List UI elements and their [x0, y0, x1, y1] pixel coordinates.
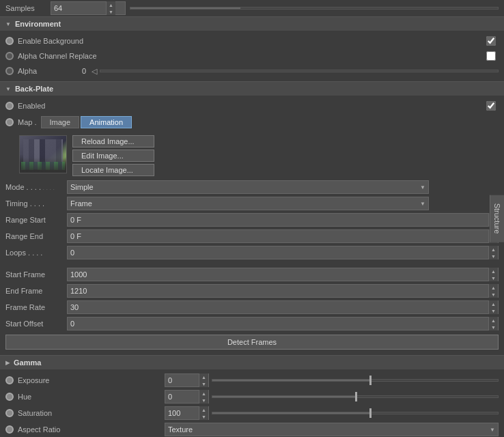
- saturation-radio[interactable]: [5, 409, 14, 417]
- backplate-title: Back-Plate: [15, 85, 53, 93]
- exposure-slider-fill: [212, 380, 369, 381]
- alpha-radio[interactable]: [5, 67, 14, 75]
- exposure-up[interactable]: ▲: [199, 373, 208, 380]
- mode-label: Mode . . . .: [5, 183, 67, 191]
- aspect-ratio-row: Aspect Ratio Texture Custom: [0, 421, 504, 437]
- saturation-down[interactable]: ▼: [199, 413, 208, 420]
- alpha-channel-replace-checkbox[interactable]: [486, 51, 496, 61]
- aspect-ratio-select[interactable]: Texture Custom: [165, 423, 499, 436]
- exposure-slider[interactable]: [212, 375, 499, 386]
- range-start-input-wrapper: ▲ ▼: [67, 213, 499, 227]
- saturation-spinner[interactable]: ▲ ▼: [199, 406, 208, 420]
- detect-frames-button[interactable]: Detect Frames: [5, 335, 499, 350]
- exposure-spinner[interactable]: ▲ ▼: [199, 373, 208, 387]
- hue-slider[interactable]: [212, 391, 499, 402]
- saturation-slider[interactable]: [212, 408, 499, 419]
- tab-animation[interactable]: Animation: [81, 116, 132, 128]
- start-offset-input[interactable]: [68, 318, 488, 330]
- saturation-slider-fill: [212, 412, 369, 414]
- end-frame-input[interactable]: [68, 285, 488, 297]
- frame-rate-down[interactable]: ▼: [489, 307, 498, 314]
- exposure-input-wrapper: ▲ ▼: [165, 373, 209, 387]
- environment-title: Environment: [15, 20, 61, 28]
- start-frame-label: Start Frame: [5, 270, 67, 279]
- gamma-section-header[interactable]: ▶ Gamma: [0, 355, 504, 369]
- mode-select[interactable]: Simple Advanced: [67, 180, 429, 194]
- exposure-slider-thumb: [369, 376, 372, 385]
- hue-spinner[interactable]: ▲ ▼: [199, 390, 208, 404]
- range-start-input[interactable]: [68, 214, 488, 226]
- range-end-label: Range End: [5, 232, 67, 240]
- range-end-row: Range End ▲ ▼: [0, 228, 504, 244]
- loops-spinner[interactable]: ▲ ▼: [488, 246, 498, 259]
- enable-background-label: Enable Background: [18, 37, 486, 45]
- alpha-row: Alpha 0 ◁: [0, 64, 504, 79]
- start-frame-spinner[interactable]: ▲ ▼: [488, 268, 498, 281]
- range-end-input[interactable]: [68, 230, 488, 242]
- frame-rate-label: Frame Rate: [5, 303, 67, 311]
- frame-rate-row: Frame Rate ▲ ▼: [0, 299, 504, 315]
- backplate-section-header[interactable]: ▼ Back-Plate: [0, 81, 504, 96]
- frame-rate-input[interactable]: [68, 301, 488, 313]
- end-frame-down[interactable]: ▼: [489, 291, 498, 298]
- alpha-slider-track[interactable]: [100, 70, 499, 72]
- saturation-input-wrapper: ▲ ▼: [165, 406, 209, 420]
- start-offset-down[interactable]: ▼: [489, 324, 498, 330]
- mode-row: Mode . . . . Simple Advanced: [0, 179, 504, 195]
- frame-rate-spinner[interactable]: ▲ ▼: [488, 300, 498, 314]
- environment-section-header[interactable]: ▼ Environment: [0, 16, 504, 31]
- hue-down[interactable]: ▼: [199, 397, 208, 404]
- exposure-input[interactable]: [165, 376, 199, 384]
- hue-input[interactable]: [165, 393, 199, 401]
- loops-down[interactable]: ▼: [489, 253, 498, 259]
- range-start-label: Range Start: [5, 216, 67, 224]
- enabled-radio[interactable]: [5, 102, 14, 110]
- edit-image-button[interactable]: Edit Image...: [72, 150, 154, 162]
- alpha-slider-icon: ◁: [92, 67, 97, 76]
- enabled-label: Enabled: [18, 102, 486, 110]
- environment-section-content: Enable Background Alpha Channel Replace …: [0, 31, 504, 81]
- alpha-label: Alpha: [18, 67, 66, 75]
- samples-spinner[interactable]: ▲ ▼: [106, 1, 115, 15]
- hue-radio[interactable]: [5, 393, 14, 401]
- aspect-ratio-radio[interactable]: [5, 425, 14, 434]
- thumbnail-image: [20, 136, 66, 173]
- start-offset-spinner[interactable]: ▲ ▼: [488, 317, 498, 330]
- range-start-row: Range Start ▲ ▼: [0, 212, 504, 228]
- enabled-checkbox[interactable]: [486, 101, 496, 111]
- start-frame-input[interactable]: [68, 268, 488, 281]
- start-frame-up[interactable]: ▲: [489, 268, 498, 274]
- loops-row: Loops . . . . ▲ ▼: [0, 244, 504, 261]
- tab-image[interactable]: Image: [41, 116, 80, 128]
- enable-background-row: Enable Background: [0, 33, 504, 48]
- samples-down-arrow[interactable]: ▼: [107, 8, 115, 15]
- enable-background-checkbox[interactable]: [486, 36, 496, 46]
- exposure-radio[interactable]: [5, 376, 14, 384]
- end-frame-up[interactable]: ▲: [489, 284, 498, 291]
- timing-select[interactable]: Frame Custom: [67, 197, 429, 210]
- loops-up[interactable]: ▲: [489, 246, 498, 253]
- structure-tab[interactable]: Structure: [490, 195, 504, 242]
- hue-up[interactable]: ▲: [199, 390, 208, 397]
- alpha-channel-radio[interactable]: [5, 52, 14, 60]
- hue-slider-thumb: [355, 392, 357, 401]
- locate-image-button[interactable]: Locate Image...: [72, 164, 154, 176]
- samples-input[interactable]: [51, 4, 106, 12]
- exposure-down[interactable]: ▼: [199, 380, 208, 387]
- exposure-row: Exposure ▲ ▼: [0, 372, 504, 389]
- start-offset-up[interactable]: ▲: [489, 317, 498, 324]
- timing-row: Timing . . . . Frame Custom: [0, 195, 504, 212]
- start-frame-down[interactable]: ▼: [489, 274, 498, 281]
- saturation-input[interactable]: [165, 409, 199, 417]
- enable-background-radio[interactable]: [5, 37, 14, 45]
- end-frame-spinner[interactable]: ▲ ▼: [488, 284, 498, 298]
- timing-label: Timing . . . .: [5, 199, 67, 208]
- map-radio[interactable]: [5, 118, 14, 126]
- saturation-up[interactable]: ▲: [199, 406, 208, 413]
- frame-rate-up[interactable]: ▲: [489, 300, 498, 307]
- loops-input-wrapper: ▲ ▼: [67, 246, 499, 259]
- hue-label: Hue: [18, 393, 165, 401]
- reload-image-button[interactable]: Reload Image...: [72, 135, 154, 147]
- samples-up-arrow[interactable]: ▲: [107, 1, 115, 8]
- loops-input[interactable]: [68, 246, 488, 259]
